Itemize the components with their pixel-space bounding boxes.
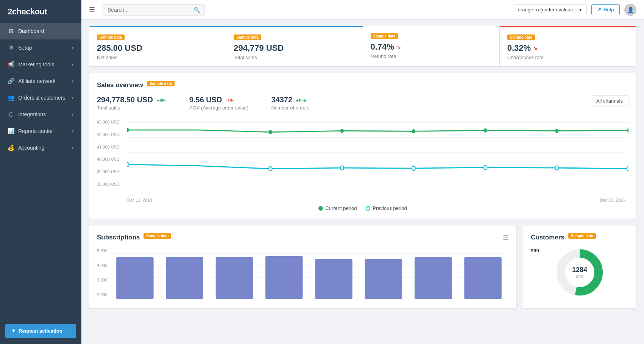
help-label: Help	[603, 7, 614, 13]
svg-point-17	[483, 165, 487, 169]
bar-chart-svg	[111, 252, 509, 301]
account-name: orange.ro (under evaluati...	[518, 7, 577, 13]
sales-chart	[127, 118, 628, 194]
metric-label-net-sales: Net sales	[97, 55, 218, 60]
total-sales-change: +6%	[156, 98, 166, 103]
chart-legend: Current period Previous period	[97, 205, 628, 211]
sidebar-item-reports-center[interactable]: 📊 Reports center ▾	[0, 123, 81, 139]
svg-point-8	[340, 129, 344, 133]
svg-rect-25	[166, 257, 203, 299]
x-axis-labels: Dec 11, 2018 Dec 15, 2018	[127, 198, 628, 202]
current-period-label: Current period	[325, 205, 357, 211]
chevron-down-icon: ▾	[72, 79, 74, 84]
subscriptions-header: Subscriptions Sample data ☰	[97, 233, 509, 242]
metric-value-total-sales: 294,779 USD	[234, 43, 355, 53]
affiliate-icon: 🔗	[8, 78, 14, 84]
sidebar-item-label: Marketing tools	[18, 61, 54, 67]
svg-rect-31	[464, 257, 501, 299]
sidebar-item-label: Orders & customers	[18, 95, 65, 101]
donut-chart-area: 1284 Total 999	[531, 248, 628, 297]
metric-card-chargeback-rate: Sample data 0.32% ↘ Chargeback rate	[500, 26, 636, 66]
sidebar-item-setup[interactable]: ⚙ Setup ▾	[0, 39, 81, 56]
logo-2: 2	[8, 7, 12, 16]
y-axis-labels: 43,000 USD 42,000 USD 41,000 USD 40,000 …	[97, 118, 120, 186]
svg-rect-30	[415, 257, 452, 299]
metric-value-net-sales: 285.00 USD	[97, 43, 218, 53]
hamburger-icon[interactable]: ☰	[89, 6, 95, 14]
svg-rect-27	[265, 256, 303, 299]
donut-badge-value: 999	[531, 248, 539, 253]
user-icon: 👤	[627, 7, 634, 13]
sidebar-item-marketing-tools[interactable]: 📢 Marketing tools ▾	[0, 56, 81, 73]
chevron-down-icon: ▾	[72, 112, 74, 117]
svg-point-12	[627, 128, 628, 133]
header: ☰ 🔍 orange.ro (under evaluati... ▾ ↗ Hel…	[81, 0, 644, 20]
customers-header: Customers Sample data	[531, 233, 628, 242]
metric-label-chargeback-rate: Chargeback rate	[507, 55, 628, 60]
sidebar-item-label: Dashboard	[18, 28, 44, 34]
orders-label: Number of orders	[271, 105, 309, 111]
sidebar-nav: ⊞ Dashboard ⚙ Setup ▾ 📢 Marketing tools …	[0, 23, 81, 318]
subscriptions-menu-icon[interactable]: ☰	[503, 233, 509, 242]
user-avatar[interactable]: 👤	[624, 4, 636, 16]
sidebar-item-accounting[interactable]: 💰 Accounting ▾	[0, 139, 81, 156]
orders-icon: 👥	[8, 94, 14, 101]
svg-point-15	[340, 166, 344, 170]
subscriptions-section: Subscriptions Sample data ☰ 5,000 4,000 …	[89, 225, 517, 309]
sample-badge: Sample data	[234, 34, 261, 40]
svg-point-7	[269, 130, 272, 134]
svg-point-19	[627, 167, 628, 171]
sub-y-labels: 5,000 4,000 3,000 2,000	[97, 248, 108, 297]
customers-section: Customers Sample data 1284 Total 999	[523, 225, 636, 309]
donut-total-text: Total	[572, 274, 587, 279]
donut-total-number: 1284	[572, 266, 587, 274]
chevron-down-icon: ▾	[72, 129, 74, 134]
subscriptions-chart-area: 5,000 4,000 3,000 2,000	[97, 248, 509, 301]
sample-badge: Sample data	[507, 34, 535, 40]
svg-point-18	[555, 166, 558, 170]
sales-metric-aov: 9.56 USD -1% AOV (Average order value)	[189, 95, 249, 111]
dashboard-icon: ⊞	[8, 28, 14, 34]
all-channels-button[interactable]: All channels	[591, 95, 628, 106]
metric-card-refund-rate: Sample data 0.74% ↘ Refund rate	[363, 26, 500, 66]
search-input[interactable]	[108, 7, 190, 13]
metric-cards: Sample data 285.00 USD Net sales Sample …	[89, 26, 636, 67]
chevron-down-icon: ▾	[72, 145, 74, 150]
aov-value: 9.56 USD -1%	[189, 95, 249, 104]
sidebar-item-label: Affiliate network	[18, 78, 56, 84]
help-button[interactable]: ↗ Help	[591, 4, 620, 15]
sidebar-item-integrations[interactable]: ⬡ Integrations ▾	[0, 106, 81, 123]
svg-point-13	[127, 163, 129, 167]
reports-icon: 📊	[8, 128, 14, 134]
sidebar-item-dashboard[interactable]: ⊞ Dashboard	[0, 23, 81, 39]
sales-overview-header: Sales overview Sample data	[97, 81, 628, 89]
svg-point-9	[412, 129, 415, 133]
sample-badge: Sample data	[371, 33, 398, 39]
accounting-icon: 💰	[8, 144, 14, 151]
sidebar-item-affiliate-network[interactable]: 🔗 Affiliate network ▾	[0, 73, 81, 89]
sidebar-item-orders-customers[interactable]: 👥 Orders & customers ▾	[0, 89, 81, 106]
dashboard-content: Sample data 285.00 USD Net sales Sample …	[81, 20, 644, 344]
sales-total-value: 294,778.50 USD +6%	[97, 95, 167, 104]
metric-value-chargeback-rate: 0.32% ↘	[507, 43, 628, 53]
sales-overview-title: Sales overview	[97, 81, 143, 89]
svg-point-10	[483, 128, 487, 133]
sidebar-item-label: Accounting	[18, 145, 44, 151]
svg-rect-26	[215, 257, 253, 299]
request-activation-button[interactable]: ✦ Request activation	[5, 324, 76, 338]
metric-card-net-sales: Sample data 285.00 USD Net sales	[89, 26, 226, 66]
trend-down-icon: ↘	[533, 45, 538, 51]
sidebar-item-label: Setup	[18, 45, 32, 51]
svg-rect-29	[365, 259, 402, 299]
logo-checkout: checkout	[12, 7, 47, 16]
sample-badge: Sample data	[568, 233, 596, 239]
svg-point-16	[412, 166, 415, 170]
account-selector[interactable]: orange.ro (under evaluati... ▾	[513, 4, 587, 15]
total-sales-label: Total sales	[97, 105, 167, 111]
metric-card-total-sales: Sample data 294,779 USD Total sales	[226, 26, 363, 66]
subscriptions-title: Subscriptions	[97, 234, 140, 241]
sidebar-item-label: Integrations	[18, 111, 46, 117]
legend-current-period: Current period	[318, 205, 357, 211]
help-external-icon: ↗	[597, 7, 601, 13]
orders-change: +9%	[296, 98, 306, 103]
